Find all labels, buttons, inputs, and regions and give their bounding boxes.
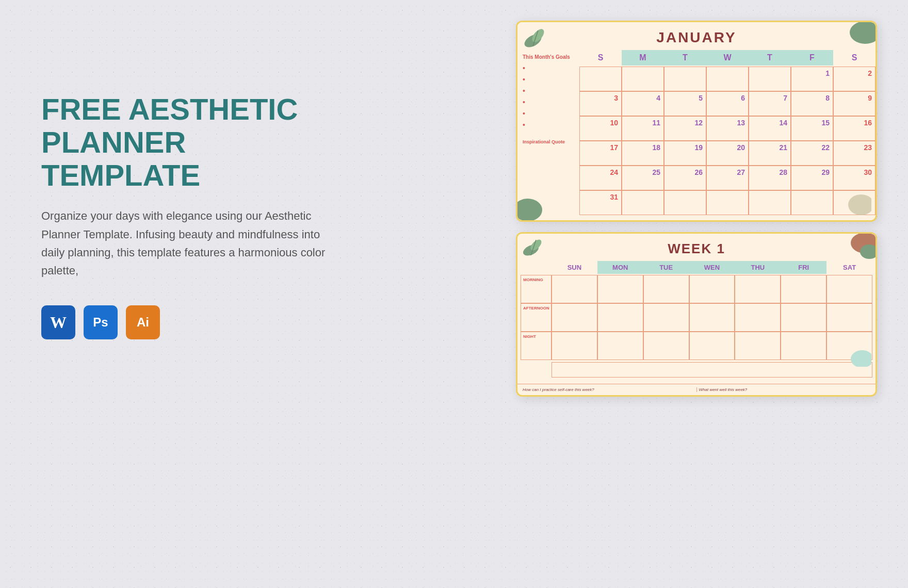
cal-day-9: 9 xyxy=(833,91,875,116)
january-calendar: JANUARY This Month's Goals Inspirational… xyxy=(516,21,877,222)
svg-point-4 xyxy=(517,199,542,220)
cal-day-empty-3 xyxy=(664,67,706,91)
morning-sat[interactable] xyxy=(826,275,872,303)
inspirational-label: Inspirational Quote xyxy=(523,139,574,144)
svg-point-11 xyxy=(851,350,871,367)
cal-day-16: 16 xyxy=(833,116,875,141)
cal-day-22: 22 xyxy=(791,141,833,166)
week-header-wen: WEN xyxy=(689,261,735,274)
afternoon-tue[interactable] xyxy=(643,303,689,332)
week-bottom-leaf-icon xyxy=(840,341,871,367)
night-thu[interactable] xyxy=(735,332,781,360)
ai-label: Ai xyxy=(137,315,149,330)
day-header-tue: T xyxy=(664,50,706,66)
cal-day-28: 28 xyxy=(749,166,791,190)
night-wen[interactable] xyxy=(689,332,735,360)
cal-day-14: 14 xyxy=(749,116,791,141)
right-panel: JANUARY This Month's Goals Inspirational… xyxy=(516,21,877,397)
cal-day-5: 5 xyxy=(664,91,706,116)
cal-day-19: 19 xyxy=(664,141,706,166)
cal-day-empty-10 xyxy=(791,190,833,215)
goals-title: This Month's Goals xyxy=(523,54,574,60)
morning-wen[interactable] xyxy=(689,275,735,303)
afternoon-thu[interactable] xyxy=(735,303,781,332)
cal-day-12: 12 xyxy=(664,116,706,141)
photoshop-icon[interactable]: Ps xyxy=(84,305,118,339)
week-header-spacer xyxy=(521,261,552,274)
cal-day-11: 11 xyxy=(622,116,664,141)
cal-day-empty-2 xyxy=(622,67,664,91)
morning-fri[interactable] xyxy=(781,275,826,303)
day-header-fri: F xyxy=(791,50,833,66)
cal-day-empty-4 xyxy=(706,67,749,91)
night-tue[interactable] xyxy=(643,332,689,360)
cal-day-31: 31 xyxy=(579,190,622,215)
cal-day-2: 2 xyxy=(833,67,875,91)
morning-mon[interactable] xyxy=(597,275,643,303)
cal-day-7: 7 xyxy=(749,91,791,116)
goal-bullet-3 xyxy=(523,87,574,95)
self-care-label: How can I practice self-care this week? xyxy=(521,387,697,392)
calendar-days-grid: 1 2 3 4 5 6 7 8 9 10 11 12 13 14 15 xyxy=(579,67,875,215)
cal-day-13: 13 xyxy=(706,116,749,141)
notes-row xyxy=(521,362,872,378)
word-letter: W xyxy=(50,313,67,332)
night-sun[interactable] xyxy=(552,332,597,360)
week-header-mon: MON xyxy=(597,261,643,274)
night-mon[interactable] xyxy=(597,332,643,360)
night-fri[interactable] xyxy=(781,332,826,360)
left-panel: FREE AESTHETIC PLANNER TEMPLATE Organize… xyxy=(41,93,330,339)
afternoon-mon[interactable] xyxy=(597,303,643,332)
leaf-topright-icon xyxy=(839,22,875,56)
ps-label: Ps xyxy=(93,315,108,330)
week-bottom-labels: How can I practice self-care this week? … xyxy=(517,384,875,395)
morning-sun[interactable] xyxy=(552,275,597,303)
calendar-header: JANUARY xyxy=(517,22,875,50)
title-line1: FREE AESTHETIC xyxy=(41,92,298,126)
week-leaf-icon xyxy=(522,236,550,260)
cal-day-empty-9 xyxy=(749,190,791,215)
week-grid: SUN MON TUE WEN THU FRI SAT MORNING xyxy=(517,261,875,382)
notes-spacer xyxy=(521,362,552,378)
went-well-label: What went well this week? xyxy=(697,387,873,392)
afternoon-fri[interactable] xyxy=(781,303,826,332)
page-title: FREE AESTHETIC PLANNER TEMPLATE xyxy=(41,93,330,191)
day-header-sun: S xyxy=(579,50,622,66)
cal-day-27: 27 xyxy=(706,166,749,190)
goal-bullet-2 xyxy=(523,75,574,84)
cal-day-25: 25 xyxy=(622,166,664,190)
day-header-mon: M xyxy=(622,50,664,66)
morning-tue[interactable] xyxy=(643,275,689,303)
cal-day-17: 17 xyxy=(579,141,622,166)
week-title: WEEK 1 xyxy=(523,241,870,257)
day-headers-row: S M T W T F S xyxy=(579,50,875,66)
cal-day-24: 24 xyxy=(579,166,622,190)
illustrator-icon[interactable]: Ai xyxy=(126,305,160,339)
cal-day-1: 1 xyxy=(791,67,833,91)
cal-day-23: 23 xyxy=(833,141,875,166)
afternoon-label: AFTERNOON xyxy=(521,303,552,332)
notes-area[interactable] xyxy=(552,362,872,378)
cal-day-26: 26 xyxy=(664,166,706,190)
cal-day-4: 4 xyxy=(622,91,664,116)
cal-day-6: 6 xyxy=(706,91,749,116)
cal-day-empty-6 xyxy=(622,190,664,215)
svg-point-5 xyxy=(848,194,871,215)
week-morning-row: MORNING xyxy=(521,275,872,303)
morning-thu[interactable] xyxy=(735,275,781,303)
leaf-topleft-icon xyxy=(523,25,551,51)
afternoon-sat[interactable] xyxy=(826,303,872,332)
week-header-sun: SUN xyxy=(552,261,597,274)
app-icons-row: W Ps Ai xyxy=(41,305,330,339)
word-icon[interactable]: W xyxy=(41,305,75,339)
week-header: WEEK 1 xyxy=(517,234,875,261)
afternoon-wen[interactable] xyxy=(689,303,735,332)
cal-day-18: 18 xyxy=(622,141,664,166)
afternoon-sun[interactable] xyxy=(552,303,597,332)
goal-bullet-5 xyxy=(523,109,574,118)
week-night-row: NIGHT xyxy=(521,332,872,360)
cal-day-8: 8 xyxy=(791,91,833,116)
leaf-bottomleft-icon xyxy=(517,187,554,220)
cal-day-empty-1 xyxy=(579,67,622,91)
cal-day-10: 10 xyxy=(579,116,622,141)
